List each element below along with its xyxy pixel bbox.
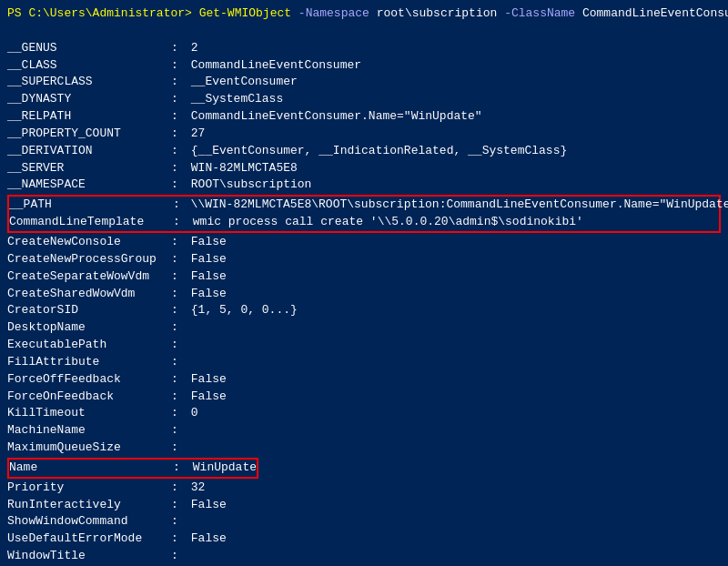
prop-forceoff: ForceOffFeedback : False [7, 371, 721, 389]
prop-forceon: ForceOnFeedback : False [7, 389, 721, 406]
prop-executablepath: ExecutablePath : [7, 337, 721, 354]
prop-killtimeout: KillTimeout : 0 [7, 405, 721, 422]
prompt-ps: PS [7, 5, 22, 23]
prop-relpath: __RELPATH : CommandLineEventConsumer.Nam… [7, 108, 721, 126]
terminal-window: PS C:\Users\Administrator> Get-WMIObject… [0, 0, 728, 566]
prop-createnewprocessgroup: CreateNewProcessGroup : False [7, 251, 721, 268]
prompt-path: C:\Users\Administrator> [22, 5, 192, 23]
prop-runinteractively: RunInteractively : False [7, 497, 721, 514]
prop-superclass: __SUPERCLASS : __EventConsumer [7, 74, 721, 91]
prop-property-count: __PROPERTY_COUNT : 27 [7, 126, 721, 143]
prop-priority: Priority : 32 [7, 480, 721, 497]
prop-createsharedwowvdm: CreateSharedWowVdm : False [7, 286, 721, 303]
prop-genus: __GENUS : 2 [7, 40, 721, 57]
prop-maxqueuesize: MaximumQueueSize : [7, 440, 721, 457]
cmd-val-namespace: root\subscription [369, 5, 497, 23]
highlight-block-name: Name : WinUpdate [7, 458, 258, 479]
prop-desktopname: DesktopName : [7, 319, 721, 337]
prompt-line: PS C:\Users\Administrator> Get-WMIObject… [7, 5, 721, 23]
prop-path: __PATH : \\WIN-82MLMCTA5E8\ROOT\subscrip… [9, 197, 719, 214]
prop-createseparatewowvdm: CreateSeparateWowVdm : False [7, 268, 721, 286]
prop-commandlinetemplate: CommandLineTemplate : wmic process call … [9, 214, 719, 231]
cmd-param-classname: -ClassName [497, 5, 575, 23]
cmd-val-classname: CommandLineEventConsumer [575, 5, 728, 23]
prop-dynasty: __DYNASTY : __SystemClass [7, 91, 721, 108]
prop-machinename: MachineName : [7, 422, 721, 440]
prop-name: Name : WinUpdate [9, 460, 257, 477]
prop-fillattribute: FillAttribute : [7, 354, 721, 371]
prop-createnewconsole: CreateNewConsole : False [7, 234, 721, 251]
prop-server: __SERVER : WIN-82MLMCTA5E8 [7, 160, 721, 177]
prop-showwindowcommand: ShowWindowCommand : [7, 513, 721, 531]
cmd-get: Get-WMIObject [192, 5, 291, 23]
cmd-param-namespace: -Namespace [291, 5, 369, 23]
prop-namespace: __NAMESPACE : ROOT\subscription [7, 177, 721, 194]
prop-windowtitle: WindowTitle : [7, 548, 721, 565]
prop-usedefaulterrormode: UseDefaultErrorMode : False [7, 531, 721, 548]
highlight-block-path-cmd: __PATH : \\WIN-82MLMCTA5E8\ROOT\subscrip… [7, 195, 721, 233]
empty-line [7, 23, 721, 40]
prop-creatorsid: CreatorSID : {1, 5, 0, 0...} [7, 302, 721, 319]
prop-derivation: __DERIVATION : {__EventConsumer, __Indic… [7, 143, 721, 160]
prop-class: __CLASS : CommandLineEventConsumer [7, 57, 721, 75]
